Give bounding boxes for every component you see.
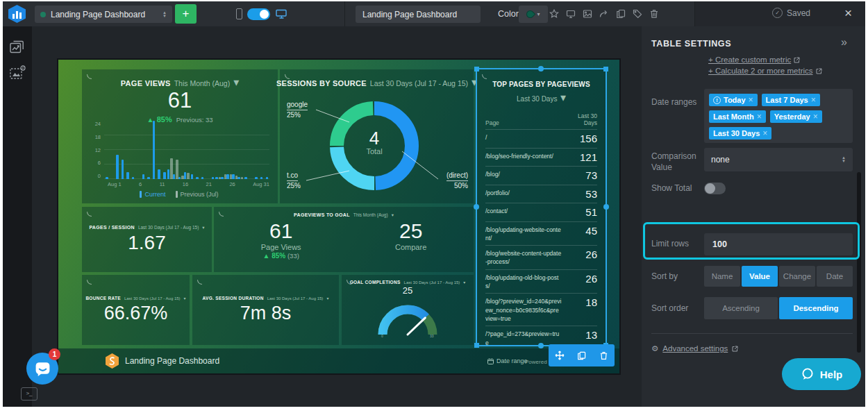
bar-day-16 xyxy=(184,121,190,179)
close-icon[interactable]: × xyxy=(844,6,852,21)
dashboard-title-input[interactable] xyxy=(356,6,481,23)
table-settings-panel: TABLE SETTINGS » + Create custom metric … xyxy=(642,26,865,407)
widget-sessions-by-source[interactable]: SESSIONS BY SOURCE Last 30 Days (Jul 17 … xyxy=(280,69,474,203)
option-ascending[interactable]: Ascending xyxy=(704,297,778,319)
table-row: /156 xyxy=(485,129,597,148)
resize-handle[interactable] xyxy=(538,66,544,71)
chevron-down-icon: ▾ xyxy=(202,225,204,230)
date-range-button[interactable]: Date range xyxy=(487,357,528,364)
sort-by-label: Sort by xyxy=(651,271,703,283)
share-arrow-icon[interactable] xyxy=(599,8,609,19)
tv-display-icon[interactable] xyxy=(565,8,576,19)
terminal-icon[interactable]: >_ xyxy=(21,387,37,401)
comparison-value: none xyxy=(711,155,842,165)
option-value[interactable]: Value xyxy=(742,266,778,287)
resize-handle[interactable] xyxy=(603,67,608,71)
collapse-panel-icon[interactable]: » xyxy=(841,36,847,49)
date-range-dropdown[interactable]: Last 30 Days (Jul 17 - Aug 15) xyxy=(124,296,181,301)
device-toggle[interactable] xyxy=(247,8,270,20)
create-custom-metric-link[interactable]: + Create custom metric xyxy=(708,56,800,64)
chip-remove-icon[interactable]: × xyxy=(813,113,818,120)
chevron-down-icon: ▾ xyxy=(463,280,465,285)
date-range-dropdown[interactable]: This Month (Aug) xyxy=(353,212,388,217)
mobile-preview-icon[interactable] xyxy=(236,8,242,19)
date-range-chips: !Today×Last 7 Days×Last Month×Yesterday×… xyxy=(704,89,853,143)
duplicate-icon[interactable] xyxy=(615,8,626,19)
resize-handle[interactable] xyxy=(474,343,479,348)
option-change[interactable]: Change xyxy=(779,266,815,287)
custom-widget-icon[interactable] xyxy=(10,65,26,83)
resize-handle[interactable] xyxy=(474,67,479,71)
limit-rows-input[interactable] xyxy=(704,233,853,255)
tag-icon[interactable] xyxy=(632,8,642,19)
date-range-dropdown[interactable]: Last 30 Days (Jul 17 - Aug 15) xyxy=(404,280,460,285)
metric-value: 7m 8s xyxy=(192,303,339,324)
chip-last-month[interactable]: Last Month× xyxy=(709,110,766,123)
saved-label: Saved xyxy=(787,8,810,18)
date-range-dropdown[interactable]: Last 30 Days (Jul 17 - Aug 15) xyxy=(138,225,199,230)
bar-day-5 xyxy=(125,121,131,179)
date-range-dropdown[interactable]: Last 30 Days (Jul 17 - Aug 15) xyxy=(267,296,324,301)
date-ranges-label: Date ranges xyxy=(651,97,703,108)
gauge-needle xyxy=(408,318,425,335)
top-pages-rows: /156/blog/seo-friendly-content/121/blog/… xyxy=(477,129,606,350)
widget-title: TOP PAGES BY PAGEVIEWS xyxy=(477,81,606,88)
widget-pageviews-to-goal[interactable]: PAGEVIEWS TO GOAL This Month (Aug) ▾ 61 … xyxy=(214,207,474,272)
calculate-metrics-link[interactable]: + Calculate 2 or more metrics xyxy=(708,67,822,75)
add-dashboard-button[interactable]: + xyxy=(175,4,197,24)
metric-value: 1.67 xyxy=(82,232,212,254)
help-button[interactable]: Help xyxy=(782,358,861,390)
chip-remove-icon[interactable]: × xyxy=(749,96,753,103)
chip-remove-icon[interactable]: × xyxy=(757,113,762,120)
y-axis-labels: 24181260 xyxy=(89,121,104,179)
company-logo-icon xyxy=(106,353,119,369)
desktop-preview-icon[interactable] xyxy=(276,9,287,22)
chip-last-7-days[interactable]: Last 7 Days× xyxy=(762,94,820,106)
widget-goal-completions[interactable]: GOAL COMPLETIONS Last 30 Days (Jul 17 - … xyxy=(342,275,474,345)
chip-today[interactable]: !Today× xyxy=(709,94,758,106)
legend-current: Current xyxy=(140,191,165,198)
info-icon: ! xyxy=(713,96,721,104)
option-descending[interactable]: Descending xyxy=(779,297,853,319)
comparison-select[interactable]: none ▲▼ xyxy=(704,148,853,171)
option-name[interactable]: Name xyxy=(704,266,740,287)
bar-day-30 xyxy=(259,121,265,179)
show-total-toggle[interactable] xyxy=(704,183,726,194)
gauge-min-label: 0 xyxy=(381,334,383,338)
move-icon[interactable] xyxy=(555,351,565,360)
widget-corner-mark xyxy=(482,74,487,79)
image-icon[interactable] xyxy=(582,8,592,19)
chip-remove-icon[interactable]: × xyxy=(811,96,816,103)
panel-scrollbar[interactable] xyxy=(857,172,861,353)
advanced-settings-link[interactable]: ⚙ Advanced settings xyxy=(651,344,738,353)
date-range-dropdown[interactable]: Last 30 Days xyxy=(517,95,557,103)
metrics-library-icon[interactable] xyxy=(10,40,24,56)
x-axis-labels: Aug 1611162126Aug 31 xyxy=(108,181,269,187)
bar-day-20 xyxy=(205,121,210,179)
date-range-dropdown[interactable]: This Month (Aug) xyxy=(174,79,231,87)
widget-top-pages[interactable]: TOP PAGES BY PAGEVIEWS Last 30 Days ▾ Pa… xyxy=(477,69,606,345)
widget-title: BOUNCE RATE xyxy=(85,296,121,301)
dashboard-selector[interactable]: Landing Page Dashboard ▲▼ xyxy=(35,6,172,23)
chevron-down-icon: ▾ xyxy=(560,92,566,103)
chip-yesterday[interactable]: Yesterday× xyxy=(770,110,822,123)
color-picker[interactable]: ▾ xyxy=(519,6,548,23)
widget-pages-session[interactable]: PAGES / SESSION Last 30 Days (Jul 17 - A… xyxy=(82,207,212,272)
resize-handle[interactable] xyxy=(538,343,544,348)
favorite-star-icon[interactable] xyxy=(549,8,559,19)
widget-bounce-rate[interactable]: BOUNCE RATE Last 30 Days (Jul 17 - Aug 1… xyxy=(82,275,190,345)
bar-day-31 xyxy=(264,121,269,179)
widget-avg-session-duration[interactable]: AVG. SESSION DURATION Last 30 Days (Jul … xyxy=(192,275,339,345)
chevron-down-icon: ▾ xyxy=(537,11,540,17)
trash-icon[interactable] xyxy=(649,8,659,19)
resize-handle[interactable] xyxy=(603,204,609,210)
widget-page-views[interactable]: PAGE VIEWS This Month (Aug) ▾ 61 ▲ 85% P… xyxy=(82,69,278,203)
chip-remove-icon[interactable]: × xyxy=(762,130,767,137)
option-date[interactable]: Date xyxy=(817,266,853,287)
left-rail: >_ xyxy=(3,26,32,407)
chip-last-30-days[interactable]: Last 30 Days× xyxy=(709,127,771,140)
resize-handle[interactable] xyxy=(474,204,479,210)
databox-logo-icon[interactable] xyxy=(8,5,26,23)
trash-icon[interactable] xyxy=(599,351,608,360)
duplicate-icon[interactable] xyxy=(577,351,586,360)
